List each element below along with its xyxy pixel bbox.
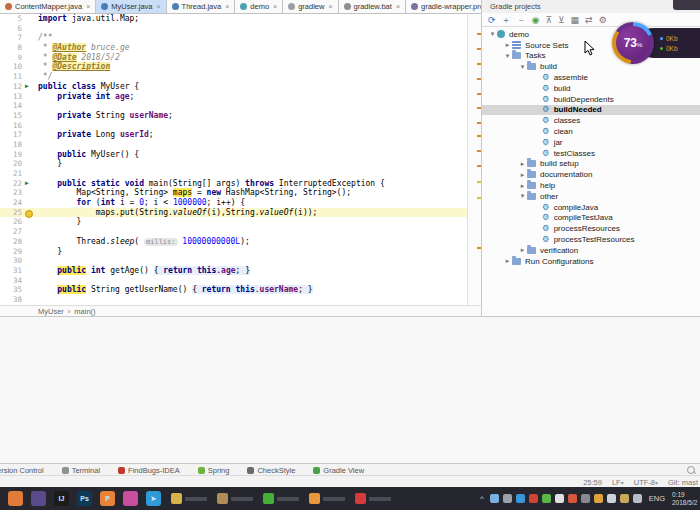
percent-badge[interactable]: 73% [616, 26, 650, 60]
code-line[interactable]: 13 private int age; [0, 92, 467, 102]
code-line[interactable]: 8 * @Author bruce.ge [0, 43, 467, 53]
folder-window-button[interactable] [171, 493, 207, 504]
code-line[interactable]: 20 } [0, 159, 467, 169]
remove-icon[interactable]: － [517, 14, 526, 26]
tree-chevron-icon[interactable]: ▸ [518, 182, 527, 190]
tree-row-clean[interactable]: ⚙clean [482, 126, 700, 137]
tray-folder-icon[interactable] [620, 494, 629, 503]
tree-row-processresources[interactable]: ⚙processResources [482, 223, 700, 234]
tree-chevron-icon[interactable]: ▾ [518, 63, 527, 71]
tree-row-assemble[interactable]: ⚙assemble [482, 72, 700, 83]
collapse-all-icon[interactable]: ⊼ [545, 14, 552, 26]
code-line[interactable]: 21 [0, 169, 467, 179]
tray-expand-icon[interactable]: ^ [480, 494, 484, 503]
language-indicator[interactable]: ENG [649, 494, 665, 503]
tray-penguin-icon[interactable] [568, 494, 577, 503]
tree-row-verification[interactable]: ▸verification [482, 245, 700, 256]
editor-tab[interactable]: demo× [235, 0, 283, 13]
tree-row-processtestresources[interactable]: ⚙processTestResources [482, 234, 700, 245]
tree-row-build[interactable]: ⚙build [482, 83, 700, 94]
tray-display-icon[interactable] [503, 494, 512, 503]
tree-chevron-icon[interactable]: ▸ [518, 246, 527, 254]
pdf-doc-icon[interactable]: P [100, 491, 115, 506]
tray-gray-icon[interactable] [581, 494, 590, 503]
run-task-icon[interactable]: ◉ [532, 14, 540, 26]
tree-row-run-configurations[interactable]: ▸Run Configurations [482, 256, 700, 267]
tree-row-help[interactable]: ▸help [482, 180, 700, 191]
module-icon[interactable]: ▦ [571, 14, 580, 26]
tree-chevron-icon[interactable]: ▾ [503, 52, 512, 60]
tab-close-icon[interactable]: × [396, 3, 400, 10]
vcs-branch[interactable]: Git: mast [668, 478, 698, 487]
code-line[interactable]: 27 [0, 227, 467, 237]
app-window-button[interactable] [217, 493, 253, 504]
code-line[interactable]: 18 [0, 140, 467, 150]
code-line[interactable]: 23 Map<String, String> maps = new HashMa… [0, 188, 467, 198]
code-line[interactable]: 7/** [0, 33, 467, 43]
code-line[interactable]: 29 } [0, 247, 467, 257]
tab-close-icon[interactable]: × [328, 3, 332, 10]
tray-speaker-icon[interactable] [607, 494, 616, 503]
editor-tab[interactable]: ContentMapper.java× [0, 0, 96, 13]
code-line[interactable]: 6 [0, 24, 467, 34]
editor-tab[interactable]: gradlew.bat× [339, 0, 406, 13]
toolwindow-button-findbugs-idea[interactable]: FindBugs-IDEA [118, 466, 180, 475]
tray-windows-icon[interactable] [516, 494, 525, 503]
tree-row-other[interactable]: ▾other [482, 191, 700, 202]
run-gutter-icon[interactable]: ▶ [25, 82, 35, 92]
taskbar-clock[interactable]: 0:192018/5/2 [672, 491, 698, 506]
tray-plane-icon[interactable] [490, 494, 499, 503]
expand-all-icon[interactable]: ⊻ [558, 14, 565, 26]
tree-row-jar[interactable]: ⚙jar [482, 137, 700, 148]
refresh-icon[interactable]: ⟳ [488, 14, 496, 26]
code-line[interactable]: 9 * @Date 2018/5/2 [0, 53, 467, 63]
colorful-app-icon[interactable] [8, 491, 23, 506]
tray-keyboard-icon[interactable] [633, 494, 642, 503]
tray-orange-icon[interactable] [594, 494, 603, 503]
paint-app-icon[interactable] [123, 491, 138, 506]
code-line[interactable]: 34 [0, 276, 467, 286]
code-line[interactable]: 24 for (int i = 0; i < 1000000; i++) { [0, 198, 467, 208]
tree-row-build-setup[interactable]: ▸build setup [482, 159, 700, 170]
code-line[interactable]: 15 private String userName; [0, 111, 467, 121]
tab-close-icon[interactable]: × [157, 3, 161, 10]
add-icon[interactable]: ＋ [502, 14, 511, 26]
tab-close-icon[interactable]: × [86, 3, 90, 10]
cursor-position[interactable]: 25:59 [583, 478, 602, 487]
tree-chevron-icon[interactable]: ▾ [518, 192, 527, 200]
code-line[interactable]: 25 maps.put(String.valueOf(i),String.val… [0, 208, 467, 218]
toolwindow-button-checkstyle[interactable]: CheckStyle [247, 466, 295, 475]
settings-icon[interactable]: ⚙ [599, 14, 607, 26]
tab-close-icon[interactable]: × [273, 3, 277, 10]
tree-row-testclasses[interactable]: ⚙testClasses [482, 148, 700, 159]
toolwindow-button-spring[interactable]: Spring [198, 466, 230, 475]
editor-tab[interactable]: Thread.java× [167, 0, 236, 13]
detach-icon[interactable]: ⇄ [585, 14, 593, 26]
browser-app-icon[interactable] [31, 491, 46, 506]
search-icon[interactable] [687, 466, 696, 475]
toolwindow-button-ersion-control[interactable]: ersion Control [0, 466, 44, 475]
tree-chevron-icon[interactable]: ▸ [518, 171, 527, 179]
code-line[interactable]: 11 */ [0, 72, 467, 82]
tree-chevron-icon[interactable]: ▸ [518, 160, 527, 168]
breadcrumb-class[interactable]: MyUser [38, 307, 64, 316]
code-line[interactable]: 10 * @Description [0, 62, 467, 72]
red-app-window-button[interactable] [355, 493, 391, 504]
toolwindow-button-terminal[interactable]: Terminal [62, 466, 100, 475]
tree-chevron-icon[interactable]: ▸ [503, 257, 512, 265]
code-line[interactable]: 5import java.util.Map; [0, 14, 467, 24]
code-line[interactable]: 17 private Long userId; [0, 130, 467, 140]
tray-white-icon[interactable] [555, 494, 564, 503]
code-line[interactable]: 19 public MyUser() { [0, 150, 467, 160]
orange-app-window-button[interactable] [309, 493, 345, 504]
run-gutter-icon[interactable]: ▶ [25, 179, 35, 189]
tray-red-icon[interactable] [529, 494, 538, 503]
line-separator[interactable]: LF▾ [612, 478, 624, 487]
code-line[interactable]: 26 } [0, 217, 467, 227]
breadcrumb-method[interactable]: main() [74, 307, 95, 316]
tree-row-compilejava[interactable]: ⚙compileJava [482, 202, 700, 213]
code-line[interactable]: 28 Thread.sleep( millis: 10000000000L); [0, 237, 467, 247]
tree-row-classes[interactable]: ⚙classes [482, 115, 700, 126]
code-line[interactable]: 31 public int getAge() { return this.age… [0, 266, 467, 276]
tree-row-builddependents[interactable]: ⚙buildDependents [482, 94, 700, 105]
